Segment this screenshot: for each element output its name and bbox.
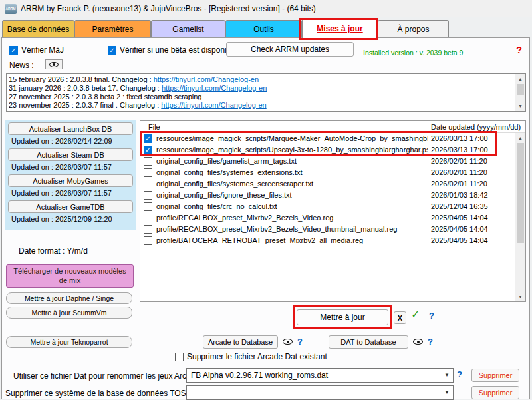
column-header-date-updated[interactable]: Date updated (yyyy/mm/dd) (431, 121, 521, 133)
verify-beta-checkbox[interactable]: ✓ (108, 46, 116, 55)
tab-label: Gamelist (172, 25, 203, 34)
tab-a-propos[interactable]: À propos (378, 20, 449, 37)
actualiser-mobygames-button[interactable]: Actualiser MobyGames (8, 174, 133, 187)
table-row[interactable]: original_config_files/systemes_extension… (140, 167, 515, 178)
news-changelog-link[interactable]: https://tinyurl.com/Changelog-en (154, 75, 259, 83)
actualiser-launchbox-db-button[interactable]: Actualiser LaunchBox DB (8, 122, 133, 135)
file-date: 2025/04/05 14:04 (431, 235, 488, 246)
file-checkbox[interactable] (144, 157, 152, 166)
news-box: 15 february 2026 : 2.0.3.8 final. Change… (6, 73, 526, 112)
file-name: original_config_files/systemes_screenscr… (156, 178, 428, 190)
file-checkbox[interactable] (144, 168, 152, 177)
cancel-x-button[interactable]: X (394, 311, 406, 324)
delete-arcade-dat-checkbox[interactable] (175, 353, 184, 361)
tosec-system-combobox[interactable]: ▼ (186, 385, 454, 400)
supprimer-tosec-button[interactable]: Supprimer (471, 386, 519, 399)
tab-outils[interactable]: Outils (225, 20, 302, 37)
actualiser-steam-db-button[interactable]: Actualiser Steam DB (8, 148, 133, 161)
download-mix-models-button[interactable]: Télécharger de nouveaux modèles de mix (6, 264, 134, 288)
scroll-down-icon[interactable]: ▼ (515, 292, 525, 301)
tab-gamelist[interactable]: Gamelist (151, 20, 225, 37)
help-link-arcade[interactable]: ? (297, 337, 303, 347)
dat-eye-icon[interactable] (413, 339, 423, 345)
table-row[interactable]: original_config_files/gamelist_arrm_tags… (140, 156, 515, 167)
verify-maj-checkbox[interactable]: ✓ (9, 46, 18, 55)
update-scummvm-button[interactable]: Mettre à jour ScummVm (6, 307, 132, 319)
file-date: 2025/12/04 16:35 (431, 201, 488, 212)
table-scrollbar[interactable]: ▲ ▼ (515, 133, 525, 301)
news-scrollbar[interactable]: ▲ ▼ (515, 74, 525, 111)
verify-maj-checkbox-row[interactable]: ✓ Vérifier MàJ (9, 45, 64, 55)
column-header-file[interactable]: File (148, 121, 160, 133)
file-name: profile/RECALBOX_preset_Mixrbv2_Bezels_V… (156, 212, 428, 224)
table-row[interactable]: profile/BATOCERA_RETROBAT_preset_Mixrbv2… (140, 235, 515, 246)
news-line: 31 january 2026 : 2.0.3.8 beta 17. Chang… (9, 84, 513, 93)
file-date: 2026/03/13 17:00 (431, 144, 488, 156)
file-name: ressources/image_magick_scripts/Marquee-… (156, 133, 428, 144)
help-link-dat-file[interactable]: ? (457, 369, 462, 379)
dat-file-combobox-value: FB Alpha v0.2.96.71 working_roms.dat (191, 371, 328, 380)
scroll-down-icon[interactable]: ▼ (515, 101, 525, 111)
file-checkbox[interactable]: ✓ (144, 146, 152, 154)
actualiser-steam-db-updated-on: Updated on : 2026/03/07 11:57 (11, 163, 112, 171)
scroll-up-icon[interactable]: ▲ (515, 133, 525, 143)
supprimer-dat-button[interactable]: Supprimer (471, 369, 519, 382)
chevron-down-icon[interactable]: ▼ (444, 386, 450, 399)
news-visibility-toggle[interactable] (45, 59, 63, 69)
table-row[interactable]: profile/RECALBOX_preset_Mixrbv2_Bezels_V… (140, 224, 515, 235)
installed-version-text: Installed version : v. 2039 beta 9 (363, 49, 463, 57)
file-checkbox[interactable] (144, 202, 152, 211)
arcade-eye-icon[interactable] (283, 339, 293, 345)
verify-beta-checkbox-row[interactable]: ✓ Vérifier si une bêta est disponible (108, 45, 237, 55)
file-date: 2026/03/13 17:00 (431, 133, 488, 144)
table-row[interactable]: original_config_files/systemes_screenscr… (140, 178, 515, 190)
table-row[interactable]: original_config_files/ignore_these_files… (140, 190, 515, 201)
update-files-table: File Date updated (yyyy/mm/dd) ✓ressourc… (140, 120, 526, 302)
table-header: File Date updated (yyyy/mm/dd) (140, 121, 525, 133)
tab-parametres[interactable]: Paramètres (74, 20, 151, 37)
update-teknoparrot-button[interactable]: Mettre à jour Teknoparrot (6, 336, 132, 348)
file-name: ressources/image_magick_scripts/Upscayl-… (156, 144, 428, 156)
actualiser-gametdb-button[interactable]: Actualiser GameTDB (8, 200, 133, 213)
file-date: 2026/02/01 11:20 (431, 156, 487, 167)
table-row[interactable]: ✓ressources/image_magick_scripts/Marquee… (140, 133, 515, 144)
tab-base-de-donnees[interactable]: Base de données (2, 20, 74, 37)
help-link-update-action[interactable]: ? (429, 311, 434, 321)
table-scrollbar-thumb[interactable] (517, 143, 524, 243)
table-body: ✓ressources/image_magick_scripts/Marquee… (140, 133, 515, 301)
tosec-delete-label: Supprimer ce système de la base de donné… (5, 389, 184, 398)
chevron-down-icon[interactable]: ▼ (444, 369, 450, 382)
news-text: 23 november 2025 : 2.0.3.7 final . Chang… (9, 101, 161, 109)
tab-label: Outils (253, 25, 274, 34)
help-link-dat[interactable]: ? (428, 337, 433, 347)
file-checkbox[interactable] (144, 225, 152, 234)
tab-mises-a-jour[interactable]: Mises à jour (302, 19, 378, 38)
news-changelog-link[interactable]: https://tinyurl.com/Changelog-en (162, 84, 267, 92)
file-checkbox[interactable] (144, 214, 152, 222)
actualiser-gametdb-updated-on: Updated on : 2025/12/09 12:20 (11, 215, 112, 223)
help-link-updates[interactable]: ? (516, 44, 522, 55)
check-arrm-updates-button[interactable]: Check ARRM updates (226, 42, 354, 57)
file-checkbox[interactable] (144, 236, 152, 245)
table-row[interactable]: profile/RECALBOX_preset_Mixrbv2_Bezels_V… (140, 212, 515, 224)
select-all-check-icon[interactable]: ✓ (411, 308, 420, 321)
update-daphne-singe-button[interactable]: Mettre à jour Daphné / Singe (6, 292, 132, 304)
arcade-to-database-button[interactable]: Arcade to Database (203, 335, 278, 349)
verify-maj-label: Vérifier MàJ (21, 45, 64, 55)
dat-file-combobox[interactable]: FB Alpha v0.2.96.71 working_roms.dat ▼ (186, 368, 454, 383)
delete-arcade-dat-checkbox-row[interactable]: Supprimer le fichier Arcade Dat existant (175, 352, 327, 361)
file-checkbox[interactable]: ✓ (144, 134, 152, 143)
mettre-a-jour-button[interactable]: Mettre à jour (297, 309, 388, 325)
scroll-up-icon[interactable]: ▲ (515, 74, 525, 84)
news-scrollbar-thumb[interactable] (517, 84, 524, 95)
news-lines: 15 february 2026 : 2.0.3.8 final. Change… (9, 75, 513, 110)
app-icon: ARRM (5, 4, 17, 14)
tab-label: Base de données (7, 25, 69, 34)
news-changelog-link[interactable]: https://tinyurl.com/Changelog-en (161, 101, 266, 109)
table-row[interactable]: ✓ressources/image_magick_scripts/Upscayl… (140, 144, 515, 156)
dat-to-database-button[interactable]: DAT to Database (329, 335, 408, 349)
table-row[interactable]: original_config_files/crc_no_calcul.txt2… (140, 201, 515, 212)
db-updaters-panel: Actualiser LaunchBox DBUpdated on : 2026… (5, 120, 136, 230)
file-checkbox[interactable] (144, 191, 152, 200)
file-checkbox[interactable] (144, 180, 152, 188)
